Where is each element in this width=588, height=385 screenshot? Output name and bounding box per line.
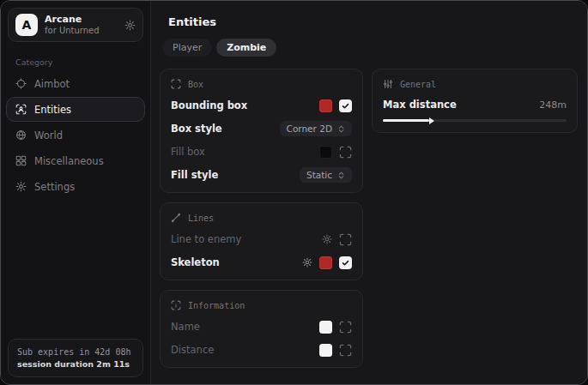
sidebar-item-label: Entities [34,104,71,116]
right-column: General Max distance 248m [372,69,578,133]
session-duration-text: session duration 2m 11s [17,358,134,370]
max-distance-slider[interactable] [383,119,567,122]
general-section-card: General Max distance 248m [372,69,578,133]
app-titles: Arcane for Unturned [45,14,118,36]
setting-row-name: Name [171,320,352,334]
section-title: Information [188,301,245,310]
sliders-icon [383,79,393,89]
sidebar-item-label: Settings [34,181,75,193]
checkbox-checked[interactable] [339,256,352,269]
setting-label: Skeleton [171,256,220,268]
setting-label: Max distance [383,99,457,111]
chevron-up-down-icon [337,171,345,179]
dropdown-value: Static [306,170,332,180]
app-header-card: A Arcane for Unturned [8,8,143,42]
globe-icon [15,129,27,141]
row-controls [319,146,352,159]
setting-label: Line to enemy [171,233,241,245]
box-style-dropdown[interactable]: Corner 2D [280,121,352,136]
sidebar-item-world[interactable]: World [6,123,145,147]
sidebar-item-entities[interactable]: Entities [6,97,145,122]
sidebar-item-miscellaneous[interactable]: Miscellaneous [6,148,145,173]
page-title: Entities [168,15,578,28]
left-column: Box Bounding box Box style [160,69,363,368]
lines-section-header: Lines [171,213,352,223]
general-section-header: General [383,79,567,89]
checkbox-unchecked[interactable] [339,146,352,159]
sidebar-item-settings[interactable]: Settings [6,174,145,199]
information-section-card: Information Name [160,290,363,368]
tab-zombie[interactable]: Zombie [216,39,276,57]
fill-style-dropdown[interactable]: Static [300,167,352,183]
tab-bar: Player Zombie [162,39,578,57]
setting-label: Bounding box [171,99,247,111]
app-window: A Arcane for Unturned Category A [0,0,588,385]
section-title: General [400,80,436,89]
sidebar-item-aimbot[interactable]: Aimbot [6,71,145,96]
lines-section-card: Lines Line to enemy [160,202,363,280]
app-logo: A [15,14,38,36]
box-section-card: Box Bounding box Box style [160,69,363,193]
color-swatch[interactable] [319,344,332,357]
grid-icon [15,155,27,166]
gear-icon [15,181,27,192]
checkbox-checked[interactable] [339,99,352,112]
setting-row-skeleton: Skeleton [171,256,352,269]
setting-label: Fill style [171,169,218,181]
sidebar: A Arcane for Unturned Category A [1,1,151,384]
sidebar-nav: Aimbot Entities World [1,70,150,199]
max-distance-row: Max distance 248m [383,98,567,111]
scan-person-icon [15,104,27,115]
information-section-header: Information [171,300,352,310]
setting-label: Distance [171,344,214,356]
setting-row-bounding-box: Bounding box [171,99,352,112]
info-scan-icon [171,300,181,310]
gear-icon[interactable] [322,234,332,244]
diagonal-line-icon [171,213,181,223]
row-controls [319,321,352,334]
slider-fill[interactable] [383,119,429,122]
row-controls [319,99,352,112]
box-corners-icon [171,79,181,89]
row-controls [302,256,352,269]
setting-label: Name [171,321,200,333]
row-controls [322,233,352,246]
setting-row-distance: Distance [171,343,352,357]
setting-row-fill-box: Fill box [171,145,352,159]
app-subtitle: for Unturned [45,26,118,37]
max-distance-value: 248m [539,99,567,111]
chevron-up-down-icon [337,125,345,133]
sidebar-item-label: Miscellaneous [34,155,104,167]
subscription-card: Sub expires in 42d 08h session duration … [8,339,143,377]
setting-row-line-to-enemy: Line to enemy [171,232,352,246]
checkbox-unchecked[interactable] [339,344,352,357]
tab-player[interactable]: Player [162,39,212,57]
box-section-header: Box [171,79,352,89]
category-label: Category [15,57,150,67]
color-swatch[interactable] [319,99,332,112]
gear-icon[interactable] [302,257,312,268]
sidebar-item-label: Aimbot [34,78,70,90]
section-title: Box [188,80,203,89]
checkbox-unchecked[interactable] [339,233,352,246]
content: Box Bounding box Box style [160,69,578,368]
sub-expires-text: Sub expires in 42d 08h [17,346,134,358]
color-swatch[interactable] [319,321,332,334]
color-swatch[interactable] [319,146,332,159]
gear-icon[interactable] [124,20,136,31]
setting-label: Box style [171,123,222,135]
main-panel: Entities Player Zombie Box [151,1,588,384]
setting-row-box-style: Box style Corner 2D [171,122,352,135]
app-name: Arcane [45,14,118,26]
checkbox-unchecked[interactable] [339,321,352,334]
crosshair-icon [15,78,27,89]
setting-row-fill-style: Fill style Static [171,168,352,182]
dropdown-value: Corner 2D [287,123,332,134]
setting-label: Fill box [171,146,205,158]
row-controls [319,344,352,357]
section-title: Lines [188,214,214,223]
sidebar-item-label: World [34,129,63,141]
color-swatch[interactable] [319,256,332,269]
